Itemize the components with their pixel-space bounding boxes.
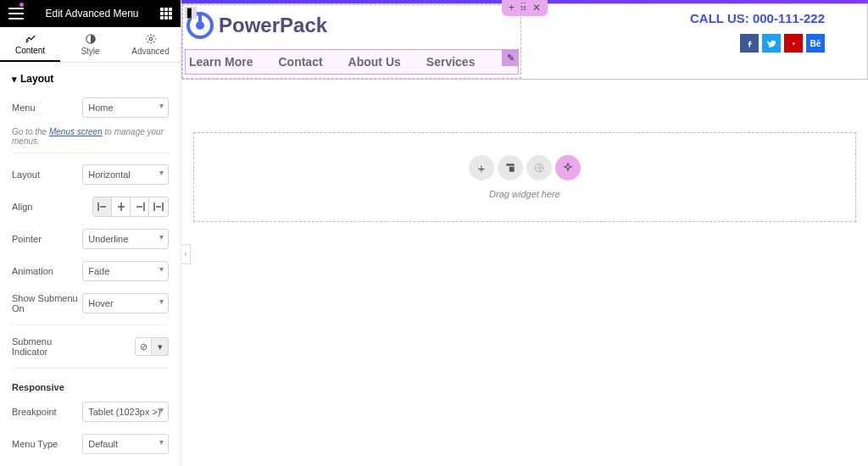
behance-icon[interactable]: Bē <box>806 34 825 53</box>
preview-canvas: + ⠿ ✕ ‹ ▋ PowerPack Learn More Contact A… <box>181 0 868 466</box>
control-layout: Layout Horizontal <box>12 158 169 191</box>
header-left-column[interactable]: ▋ PowerPack Learn More Contact About Us … <box>182 4 521 79</box>
site-logo: PowerPack <box>183 5 520 47</box>
edit-widget-icon[interactable]: ✎ <box>502 49 519 66</box>
responsive-subhead: Responsive <box>12 374 169 396</box>
section-layout-head[interactable]: Layout <box>12 63 169 92</box>
tab-advanced[interactable]: Advanced <box>120 27 181 62</box>
header-row: ▋ PowerPack Learn More Contact About Us … <box>182 4 867 79</box>
nav-about[interactable]: About Us <box>348 55 401 69</box>
nav-learn-more[interactable]: Learn More <box>189 55 253 69</box>
nav-contact[interactable]: Contact <box>278 55 322 69</box>
editor-tabs: Content Style Advanced <box>0 27 181 63</box>
column-handle-icon[interactable]: ▋ <box>185 7 197 19</box>
animation-select[interactable]: Fade <box>82 261 169 281</box>
control-show-submenu: Show Submenu On Hover <box>12 287 169 319</box>
indicator-caret-icon[interactable]: ▾ <box>152 337 169 356</box>
stage: ‹ ▋ PowerPack Learn More Contact About U… <box>181 3 868 466</box>
align-stretch-icon[interactable] <box>149 197 168 216</box>
brand-text: PowerPack <box>219 14 327 37</box>
inner-section[interactable]: ▋ PowerPack Learn More Contact About Us … <box>181 3 868 80</box>
control-menu: Menu Home <box>12 92 169 124</box>
align-center-icon[interactable] <box>112 197 131 216</box>
control-breakpoint: Breakpoint Tablet (1023px >) <box>12 396 169 428</box>
apps-icon[interactable] <box>160 8 172 19</box>
add-widget-buttons: + <box>469 155 581 180</box>
show-submenu-select[interactable]: Hover <box>82 293 169 313</box>
menu-icon[interactable] <box>8 8 24 19</box>
drop-hint: Drag widget here <box>489 189 560 199</box>
align-group <box>92 197 169 217</box>
twitter-icon[interactable] <box>762 34 781 53</box>
tab-content[interactable]: Content <box>0 27 60 62</box>
facebook-icon[interactable] <box>740 34 759 53</box>
panel-collapse-icon[interactable]: ‹ <box>181 244 191 264</box>
svg-point-1 <box>149 37 153 41</box>
advanced-menu-widget[interactable]: Learn More Contact About Us Services ✎ <box>185 49 519 75</box>
menus-screen-link[interactable]: Menus screen <box>49 127 103 136</box>
control-menu-type: Menu Type Default <box>12 428 169 460</box>
indicator-none-icon[interactable]: ⊘ <box>135 337 152 356</box>
notification-dot <box>19 3 24 7</box>
drop-section[interactable]: + Drag widget here <box>193 132 856 222</box>
menu-select[interactable]: Home <box>82 97 169 118</box>
header-right-column[interactable]: CALL US: 000-111-222 Bē <box>521 4 867 79</box>
social-icons: Bē <box>740 34 825 53</box>
control-submenu-indicator: Submenu Indicator ⊘ ▾ <box>12 330 169 363</box>
sidebar-header: Edit Advanced Menu <box>0 0 181 27</box>
align-right-icon[interactable] <box>131 197 149 216</box>
controls-panel: Layout Menu Home Go to the Menus screen … <box>0 63 181 466</box>
svg-point-3 <box>196 21 204 30</box>
nav-services[interactable]: Services <box>426 55 476 69</box>
layout-select[interactable]: Horizontal <box>82 164 169 185</box>
control-align: Align <box>12 191 169 223</box>
youtube-icon[interactable] <box>784 34 803 53</box>
menu-hint: Go to the Menus screen to manage your me… <box>12 127 169 146</box>
align-left-icon[interactable] <box>93 197 112 216</box>
sidebar-title: Edit Advanced Menu <box>45 8 138 19</box>
add-global-icon[interactable] <box>526 155 552 180</box>
add-template-icon[interactable] <box>498 155 523 180</box>
pointer-select[interactable]: Underline <box>82 229 169 249</box>
add-ai-icon[interactable] <box>555 155 581 180</box>
add-widget-plus-icon[interactable]: + <box>469 155 494 180</box>
breakpoint-select[interactable]: Tablet (1023px >) <box>82 402 169 422</box>
control-pointer: Pointer Underline <box>12 223 169 255</box>
control-full-width: Full Width No <box>12 460 169 466</box>
menu-type-select[interactable]: Default <box>82 434 169 454</box>
control-animation: Animation Fade <box>12 255 169 287</box>
tab-style[interactable]: Style <box>60 27 120 62</box>
editor-sidebar: Edit Advanced Menu Content Style Advance… <box>0 0 181 466</box>
call-us-text: CALL US: 000-111-222 <box>690 11 825 25</box>
